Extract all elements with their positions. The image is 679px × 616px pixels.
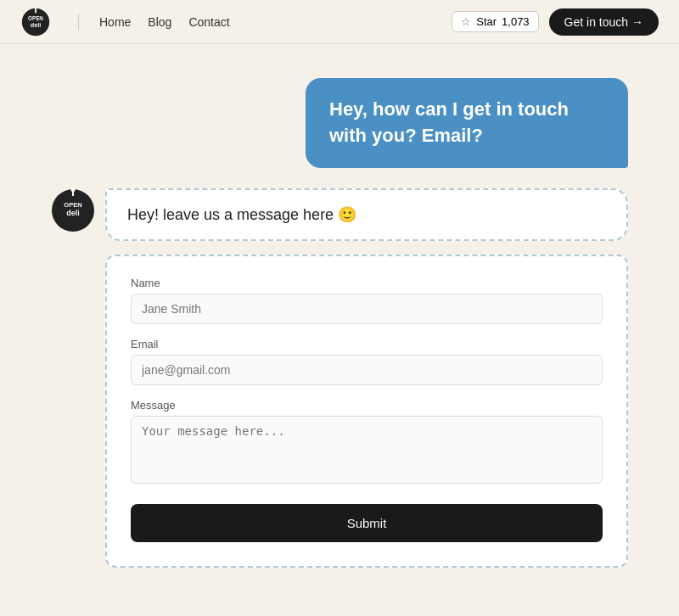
star-count: 1,073 (502, 15, 530, 28)
email-label: Email (131, 338, 603, 350)
user-message-text: Hey, how can I get in touch with you? Em… (329, 98, 569, 146)
svg-text:OPEN: OPEN (28, 15, 43, 21)
bot-avatar: OPEN deli (51, 188, 95, 232)
message-input[interactable] (131, 416, 603, 484)
contact-form-container: Name Email Message Submit (105, 255, 628, 568)
logo[interactable]: OPEN deli (20, 7, 51, 37)
nav-right: ☆ Star 1,073 Get in touch → (452, 8, 659, 36)
nav-links: Home Blog Contact (99, 15, 230, 29)
nav-contact[interactable]: Contact (188, 15, 229, 29)
submit-button[interactable]: Submit (131, 504, 603, 542)
chat-area: OPEN deli Hey! leave us a message here 🙂 (51, 188, 628, 241)
star-button[interactable]: ☆ Star 1,073 (452, 11, 538, 32)
cta-label: Get in touch → (564, 15, 643, 29)
email-input[interactable] (131, 355, 603, 385)
star-icon: ☆ (461, 15, 471, 28)
logo-icon: OPEN deli (20, 7, 51, 37)
email-field-group: Email (131, 338, 603, 385)
submit-label: Submit (347, 516, 387, 530)
navbar: OPEN deli Home Blog Contact ☆ Star 1,073… (0, 0, 679, 44)
bot-chat-bubble: Hey! leave us a message here 🙂 (105, 188, 628, 241)
message-field-group: Message (131, 399, 603, 487)
star-label: Star (476, 15, 497, 28)
message-label: Message (131, 399, 603, 412)
name-field-group: Name (131, 277, 603, 324)
nav-home[interactable]: Home (99, 15, 131, 29)
svg-text:deli: deli (66, 209, 80, 217)
name-label: Name (131, 277, 603, 289)
svg-text:deli: deli (31, 21, 41, 29)
user-chat-bubble: Hey, how can I get in touch with you? Em… (306, 78, 628, 168)
bot-message-text: Hey! leave us a message here 🙂 (127, 206, 356, 223)
svg-text:OPEN: OPEN (64, 201, 81, 209)
get-in-touch-button[interactable]: Get in touch → (549, 8, 659, 36)
main-content: Hey, how can I get in touch with you? Em… (0, 44, 679, 593)
name-input[interactable] (131, 294, 603, 324)
nav-blog[interactable]: Blog (148, 15, 171, 29)
nav-divider (78, 14, 79, 31)
